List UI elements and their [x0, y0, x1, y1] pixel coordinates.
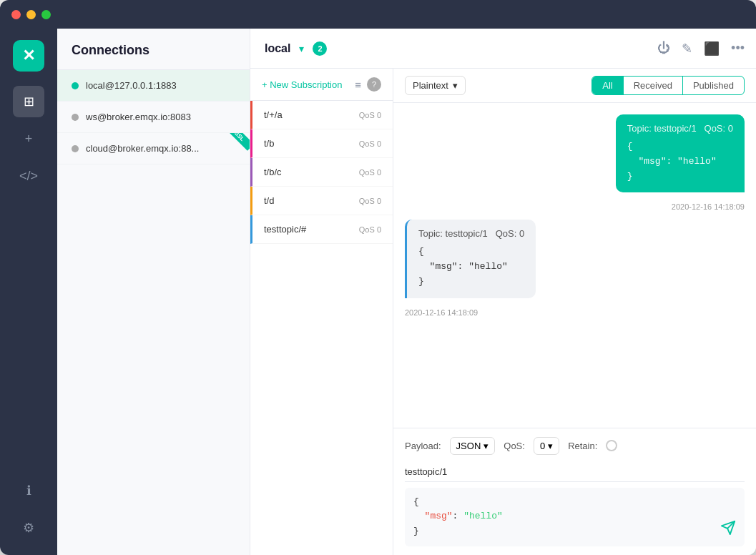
- top-bar: local ▾ 2 ⏻ ✎ ⬛ •••: [250, 29, 756, 69]
- monitor-icon[interactable]: ⬛: [704, 41, 720, 57]
- payload-area[interactable]: { "msg": "hello" }: [405, 488, 745, 546]
- app-logo[interactable]: ✕: [13, 40, 44, 72]
- message-topic: Topic: testtopic/1: [418, 228, 488, 239]
- traffic-lights: [11, 10, 51, 19]
- more-icon[interactable]: •••: [731, 41, 745, 56]
- top-bar-icons: ⏻ ✎ ⬛ •••: [657, 41, 745, 57]
- content-split: + New Subscription ≡ ? t/+/a QoS 0 t/b: [250, 69, 756, 555]
- connection-title: local: [265, 42, 290, 55]
- payload-key: "msg": [413, 511, 453, 521]
- messages-list: Topic: testtopic/1 QoS: 0 { "msg": "hell…: [393, 103, 756, 428]
- connection-item-ws[interactable]: ws@broker.emqx.io:8083: [57, 102, 250, 133]
- connection-item-cloud[interactable]: cloud@broker.emqx.io:88... SSL: [57, 133, 250, 164]
- subscription-item[interactable]: testtopic/# QoS 0: [250, 215, 393, 244]
- retain-checkbox[interactable]: [606, 440, 617, 451]
- subscription-item[interactable]: t/d QoS 0: [250, 187, 393, 215]
- sidebar-item-code[interactable]: </>: [13, 160, 44, 192]
- filter-received-button[interactable]: Received: [623, 77, 682, 94]
- payload-format-select[interactable]: JSON ▾: [450, 437, 496, 455]
- message-header: Topic: testtopic/1 QoS: 0: [627, 123, 733, 134]
- published-message-time: 2020-12-16 14:18:09: [672, 202, 745, 211]
- info-icon: ℹ: [26, 483, 31, 498]
- connections-panel: Connections local@127.0.0.1:1883 ws@brok…: [57, 29, 250, 555]
- subscription-qos: QoS 0: [359, 197, 381, 205]
- title-bar: [0, 0, 756, 29]
- subscription-topic: t/b/c: [264, 167, 282, 177]
- sidebar: ✕ ⊞ + </> ℹ ⚙: [0, 29, 57, 555]
- payload-format-chevron-icon: ▾: [483, 441, 489, 451]
- main-content: ✕ ⊞ + </> ℹ ⚙ Connections: [0, 29, 756, 555]
- message-qos: QoS: 0: [496, 228, 524, 239]
- subscription-topic: testtopic/#: [264, 224, 306, 235]
- subscription-qos: QoS 0: [359, 111, 381, 119]
- qos-select[interactable]: 0 ▾: [534, 437, 559, 455]
- qos-chevron-icon: ▾: [548, 441, 553, 451]
- chevron-down-icon[interactable]: ▾: [299, 43, 304, 54]
- sub-header-right: ≡ ?: [355, 77, 381, 92]
- message-qos: QoS: 0: [705, 123, 733, 134]
- connections-header: Connections: [57, 29, 250, 70]
- info-button[interactable]: ?: [367, 77, 381, 92]
- connection-item-local[interactable]: local@127.0.0.1:1883: [57, 70, 250, 102]
- close-button[interactable]: [11, 10, 21, 19]
- message-filter-group: All Received Published: [591, 76, 745, 95]
- message-body: { "msg": "hello"}: [627, 139, 733, 184]
- power-icon[interactable]: ⏻: [657, 41, 670, 56]
- format-label: Plaintext: [413, 80, 448, 91]
- new-subscription-button[interactable]: + New Subscription: [262, 79, 342, 90]
- message-topic: Topic: testtopic/1: [627, 123, 697, 134]
- connection-status-dot: [72, 82, 79, 89]
- payload-colon: :: [453, 511, 464, 521]
- retain-label: Retain:: [568, 441, 597, 451]
- sidebar-item-info[interactable]: ℹ: [13, 475, 44, 506]
- add-icon: +: [25, 132, 33, 147]
- sidebar-item-settings[interactable]: ⚙: [13, 512, 44, 544]
- connection-status-dot: [72, 145, 79, 152]
- connections-icon: ⊞: [24, 94, 34, 109]
- app-window: ✕ ⊞ + </> ℹ ⚙ Connections: [0, 0, 756, 555]
- format-select[interactable]: Plaintext ▾: [405, 76, 466, 95]
- received-message: Topic: testtopic/1 QoS: 0 { "msg": "hell…: [405, 220, 536, 298]
- filter-published-button[interactable]: Published: [682, 77, 744, 94]
- connection-name: cloud@broker.emqx.io:88...: [86, 143, 235, 154]
- published-message: Topic: testtopic/1 QoS: 0 { "msg": "hell…: [616, 114, 745, 192]
- sidebar-item-connections[interactable]: ⊞: [13, 86, 44, 117]
- connection-name: local@127.0.0.1:1883: [86, 80, 235, 91]
- main-area: local ▾ 2 ⏻ ✎ ⬛ ••• + New Subscription: [250, 29, 756, 555]
- edit-icon[interactable]: ✎: [682, 41, 692, 57]
- send-button[interactable]: [720, 520, 736, 539]
- list-icon[interactable]: ≡: [355, 79, 361, 91]
- publish-toolbar: Payload: JSON ▾ QoS: 0 ▾ Retain:: [405, 437, 745, 455]
- qos-value: 0: [540, 441, 545, 451]
- format-chevron-icon: ▾: [453, 80, 458, 91]
- subscription-item[interactable]: t/b/c QoS 0: [250, 158, 393, 187]
- payload-brace-close: }: [413, 526, 419, 536]
- payload-format-value: JSON: [456, 441, 481, 451]
- subscription-qos: QoS 0: [359, 225, 381, 234]
- received-message-time: 2020-12-16 14:18:09: [405, 308, 478, 317]
- send-icon: [720, 520, 736, 536]
- minimize-button[interactable]: [26, 10, 36, 19]
- payload-value: "hello": [463, 511, 503, 521]
- subscription-item[interactable]: t/b QoS 0: [250, 129, 393, 158]
- filter-all-button[interactable]: All: [592, 77, 622, 94]
- qos-label: QoS:: [504, 441, 525, 451]
- settings-icon: ⚙: [23, 520, 34, 536]
- connection-status-dot: [72, 114, 79, 121]
- subscription-item[interactable]: t/+/a QoS 0: [250, 101, 393, 129]
- subscription-topic: t/b: [264, 138, 274, 149]
- subscriptions-panel: + New Subscription ≡ ? t/+/a QoS 0 t/b: [250, 69, 393, 555]
- message-header: Topic: testtopic/1 QoS: 0: [418, 228, 524, 239]
- subscription-qos: QoS 0: [359, 168, 381, 177]
- subscription-count-badge: 2: [313, 41, 327, 56]
- subscription-header: + New Subscription ≡ ?: [250, 69, 393, 101]
- subscription-topic: t/d: [264, 195, 274, 206]
- message-body: { "msg": "hello"}: [418, 245, 524, 289]
- topic-input[interactable]: [405, 462, 745, 482]
- messages-area: Plaintext ▾ All Received Published: [393, 69, 756, 555]
- sidebar-item-add[interactable]: +: [13, 123, 44, 154]
- maximize-button[interactable]: [41, 10, 51, 19]
- messages-toolbar: Plaintext ▾ All Received Published: [393, 69, 756, 103]
- subscription-list: t/+/a QoS 0 t/b QoS 0 t/b/c QoS 0 t/d: [250, 101, 393, 555]
- payload-label: Payload:: [405, 441, 441, 451]
